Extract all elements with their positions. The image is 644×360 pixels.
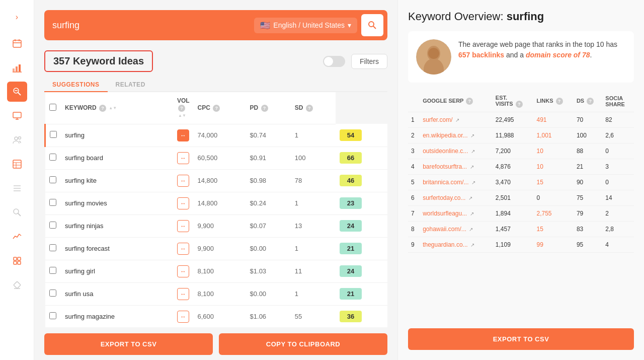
table-row: surfing magazine ↔ 6,600 $1.06 55 36	[45, 305, 388, 327]
external-link-icon-6: ↗	[470, 211, 474, 217]
search2-icon[interactable]	[7, 202, 27, 223]
row-checkbox-4[interactable]	[49, 222, 56, 229]
sd-info-icon[interactable]: ?	[306, 105, 313, 112]
visits-info-icon[interactable]: ?	[516, 101, 523, 108]
svg-point-36	[428, 48, 439, 59]
col-keyword: KEYWORD ? ▲▼	[61, 92, 173, 124]
table-row: surfing girl ↔ 8,100 $1.03 11 24	[45, 260, 388, 282]
keyword-table: KEYWORD ? ▲▼ VOL ? ▲▼ CPC ? PD ? SD ?	[44, 92, 387, 327]
row-checkbox-5[interactable]	[49, 244, 56, 251]
serp-col-links: LINKS ?	[534, 91, 574, 112]
serp-info-icon[interactable]: ?	[466, 98, 473, 105]
monitor-icon[interactable]	[7, 106, 27, 126]
external-link-icon-8: ↗	[470, 242, 474, 248]
copy-clipboard-button[interactable]: COPY TO CLIPBOARD	[219, 333, 387, 355]
serp-row: 7 worldsurfleagu... ↗ 1,894 2,755 79 2	[408, 206, 634, 222]
row-checkbox-2[interactable]	[49, 176, 56, 183]
keyword-action-btn-6[interactable]: ↔	[177, 265, 189, 277]
svg-rect-30	[13, 281, 20, 289]
search-button[interactable]	[361, 14, 383, 36]
avatar	[416, 39, 451, 75]
keyword-action-btn-1[interactable]: ↔	[177, 152, 189, 164]
row-checkbox-3[interactable]	[49, 199, 56, 206]
serp-link-2[interactable]: outsideonline.c...	[423, 148, 468, 155]
serp-link-3[interactable]: barefootsurftra...	[423, 163, 467, 170]
serp-row: 1 surfer.com/ ↗ 22,495 491 70 82	[408, 112, 634, 128]
serp-col-google: GOOGLE SERP ?	[420, 91, 493, 112]
graph-icon[interactable]	[7, 227, 27, 247]
layers-icon[interactable]	[7, 251, 27, 271]
keyword-info-icon[interactable]: ?	[99, 105, 106, 112]
serp-row: 6 surfertoday.co... ↗ 2,501 0 75 14	[408, 190, 634, 206]
right-export-csv-button[interactable]: EXPORT TO CSV	[408, 328, 634, 350]
serp-link-6[interactable]: worldsurfleagu...	[423, 210, 467, 217]
external-link-icon-2: ↗	[471, 149, 475, 154]
analytics-icon[interactable]	[7, 57, 27, 78]
serp-link-4[interactable]: britannica.com/...	[423, 179, 468, 186]
col-vol: VOL ? ▲▼	[173, 92, 193, 124]
keyword-header: 357 Keyword Ideas Filters	[44, 50, 387, 72]
svg-rect-5	[16, 66, 18, 71]
keyword-action-btn-4[interactable]: ↔	[177, 220, 189, 232]
external-link-icon-5: ↗	[468, 195, 472, 201]
keyword-cell-1: surfing board	[61, 147, 173, 169]
keyword-action-btn-0[interactable]: ↔	[177, 129, 189, 141]
external-link-icon-0: ↗	[455, 117, 459, 123]
language-selector[interactable]: 🇺🇸 English / United States ▾	[254, 18, 357, 33]
toggle-switch[interactable]	[323, 56, 345, 67]
keyword-action-btn-3[interactable]: ↔	[177, 197, 189, 209]
row-checkbox-6[interactable]	[49, 267, 56, 274]
row-checkbox-0[interactable]	[50, 131, 57, 138]
serp-link-8[interactable]: theguardian.co...	[423, 241, 467, 248]
external-link-icon-3: ↗	[470, 164, 474, 170]
tab-suggestions[interactable]: SUGGESTIONS	[44, 78, 108, 92]
keyword-sort[interactable]: ▲▼	[109, 106, 117, 110]
table-row: surfing movies ↔ 14,800 $0.24 1 23	[45, 192, 388, 214]
keyword-action-btn-5[interactable]: ↔	[177, 243, 189, 255]
keyword-action-btn-8[interactable]: ↔	[177, 311, 189, 323]
ds-info-icon[interactable]: ?	[587, 98, 594, 105]
svg-rect-28	[18, 261, 21, 264]
keyword-action-btn-7[interactable]: ↔	[177, 288, 189, 300]
vol-info-icon[interactable]: ?	[178, 105, 185, 112]
list-icon[interactable]	[7, 178, 27, 198]
pd-info-icon[interactable]: ?	[261, 105, 268, 112]
collapse-icon[interactable]: ›	[7, 7, 27, 27]
select-all-checkbox[interactable]	[49, 104, 56, 111]
users-icon[interactable]	[7, 130, 27, 150]
serp-link-5[interactable]: surfertoday.co...	[423, 194, 465, 201]
svg-rect-16	[13, 160, 21, 168]
serp-link-0[interactable]: surfer.com/	[423, 116, 452, 123]
svg-point-15	[18, 137, 21, 139]
tabs: SUGGESTIONS RELATED	[44, 78, 387, 92]
col-cpc: CPC ?	[193, 92, 246, 124]
keyword-action-btn-2[interactable]: ↔	[177, 175, 189, 187]
filter-button[interactable]: Filters	[351, 54, 387, 69]
row-checkbox-8[interactable]	[49, 312, 56, 319]
svg-rect-26	[18, 257, 21, 260]
links-info-icon[interactable]: ?	[556, 98, 563, 105]
search-bar: 🇺🇸 English / United States ▾	[44, 10, 387, 40]
right-panel: Keyword Overview: surfing The average we…	[397, 0, 644, 360]
svg-rect-27	[14, 261, 17, 264]
vol-sort[interactable]: ▲▼	[178, 113, 186, 118]
table-row: surfing kite ↔ 14,800 $0.98 78 46	[45, 169, 388, 192]
chevron-down-icon: ▾	[348, 21, 351, 29]
tab-related[interactable]: RELATED	[108, 78, 153, 91]
search-input[interactable]	[48, 18, 250, 33]
row-checkbox-1[interactable]	[49, 154, 56, 161]
keyword-cell-8: surfing magazine	[61, 305, 173, 327]
table-icon[interactable]	[7, 154, 27, 174]
keyword-icon[interactable]	[7, 82, 27, 102]
row-checkbox-7[interactable]	[49, 290, 56, 297]
action-buttons: EXPORT TO CSV COPY TO CLIPBOARD	[44, 327, 387, 355]
svg-rect-25	[14, 257, 17, 260]
calendar-icon[interactable]	[7, 33, 27, 53]
cpc-info-icon[interactable]: ?	[213, 105, 220, 112]
serp-table-wrapper: GOOGLE SERP ? EST.VISITS ? LINKS ? DS ? …	[408, 91, 634, 322]
serp-link-7[interactable]: gohawaii.com/...	[423, 226, 466, 233]
pen-icon[interactable]	[7, 275, 27, 295]
language-label: English / United States	[273, 21, 345, 29]
serp-link-1[interactable]: en.wikipedia.or...	[423, 132, 467, 139]
export-csv-button[interactable]: EXPORT TO CSV	[44, 333, 213, 355]
